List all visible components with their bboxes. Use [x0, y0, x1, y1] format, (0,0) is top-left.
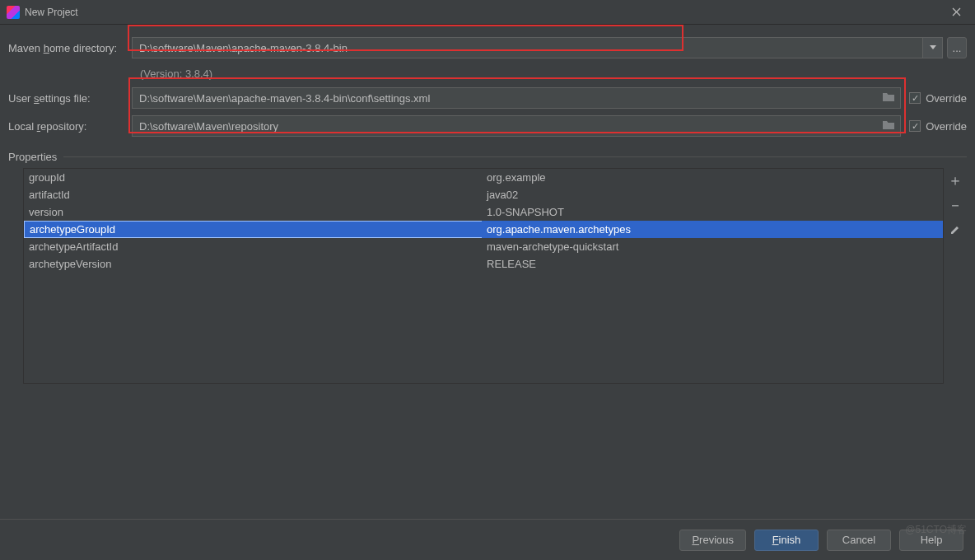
button-bar: Previous Finish Cancel Help	[0, 519, 975, 560]
remove-property-button[interactable]: －	[946, 196, 964, 214]
folder-icon[interactable]	[882, 91, 895, 105]
cancel-button[interactable]: Cancel	[827, 530, 891, 551]
table-row[interactable]: groupIdorg.example	[24, 169, 943, 186]
property-key: artifactId	[24, 189, 482, 201]
maven-home-input[interactable]: D:\software\Maven\apache-maven-3.8.4-bin	[132, 37, 923, 58]
property-value: org.apache.maven.archetypes	[482, 223, 943, 236]
override-repo-checkbox[interactable]	[909, 120, 921, 132]
user-settings-value: D:\software\Maven\apache-maven-3.8.4-bin…	[139, 92, 430, 105]
override-settings-checkbox[interactable]	[909, 92, 921, 104]
finish-button[interactable]: Finish	[754, 530, 819, 551]
user-settings-input[interactable]: D:\software\Maven\apache-maven-3.8.4-bin…	[132, 87, 901, 109]
folder-icon[interactable]	[882, 119, 895, 133]
add-property-button[interactable]: ＋	[946, 171, 964, 189]
maven-home-label: Maven home directory:	[8, 42, 132, 54]
table-row[interactable]: artifactIdjava02	[24, 186, 943, 203]
titlebar: New Project	[0, 0, 975, 25]
property-key: groupId	[24, 171, 482, 184]
user-settings-label: User settings file:	[8, 92, 132, 105]
table-row[interactable]: version1.0-SNAPSHOT	[24, 203, 943, 221]
property-value: maven-archetype-quickstart	[482, 240, 943, 253]
table-row[interactable]: archetypeGroupIdorg.apache.maven.archety…	[24, 221, 943, 238]
property-key: version	[24, 206, 482, 218]
app-icon	[7, 6, 20, 19]
edit-property-button[interactable]	[946, 221, 964, 239]
table-row[interactable]: archetypeArtifactIdmaven-archetype-quick…	[24, 238, 943, 255]
table-row[interactable]: archetypeVersionRELEASE	[24, 255, 943, 273]
property-value: java02	[482, 189, 943, 201]
local-repo-input[interactable]: D:\software\Maven\repository	[132, 115, 901, 137]
maven-home-dropdown[interactable]	[923, 37, 943, 58]
window-title: New Project	[25, 7, 78, 18]
maven-version-hint: (Version: 3.8.4)	[140, 68, 967, 80]
property-key: archetypeVersion	[24, 258, 482, 270]
override-settings-label: Override	[926, 92, 967, 105]
property-value: RELEASE	[482, 258, 943, 270]
previous-button[interactable]: Previous	[679, 530, 746, 551]
maven-home-browse-button[interactable]: ...	[947, 37, 967, 58]
close-button[interactable]	[944, 1, 968, 24]
property-value: 1.0-SNAPSHOT	[482, 206, 943, 218]
property-key: archetypeArtifactId	[24, 240, 482, 253]
property-value: org.example	[482, 171, 943, 184]
properties-label: Properties	[8, 151, 57, 163]
properties-header: Properties	[8, 151, 967, 163]
local-repo-label: Local repository:	[8, 120, 132, 133]
properties-table[interactable]: groupIdorg.exampleartifactIdjava02versio…	[23, 168, 944, 384]
property-key: archetypeGroupId	[24, 221, 482, 238]
watermark: @51CTO博客	[905, 523, 967, 537]
local-repo-value: D:\software\Maven\repository	[139, 120, 278, 133]
override-repo-label: Override	[926, 120, 967, 133]
